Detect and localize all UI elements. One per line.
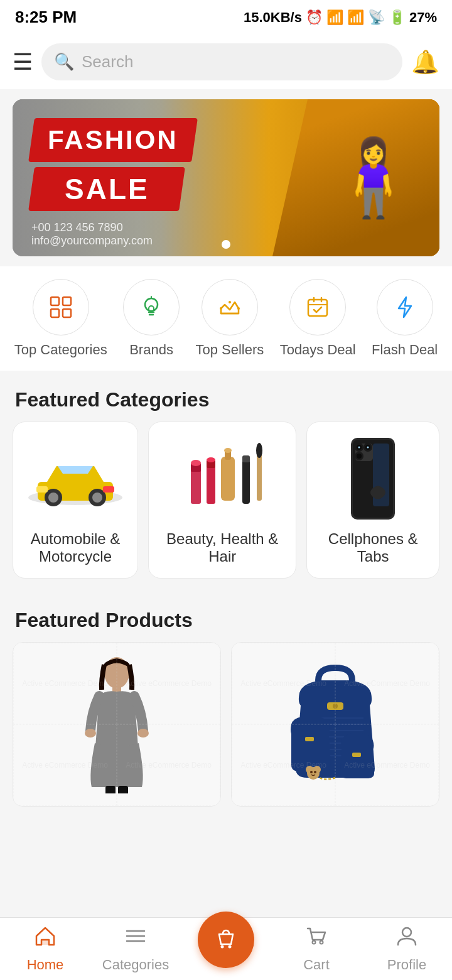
- svg-point-65: [221, 945, 224, 948]
- top-categories-icon-circle: [33, 279, 89, 335]
- svg-point-42: [367, 447, 369, 449]
- svg-point-49: [137, 729, 149, 738]
- svg-point-39: [358, 447, 360, 449]
- nav-home[interactable]: Home: [0, 925, 90, 973]
- car-svg: [25, 447, 126, 510]
- svg-rect-54: [305, 737, 314, 741]
- beauty-label: Beauty, Health & Hair: [161, 530, 283, 565]
- svg-point-29: [224, 448, 232, 453]
- svg-rect-55: [352, 753, 361, 757]
- crown-icon: [217, 295, 242, 320]
- cart-label: Cart: [303, 957, 330, 973]
- svg-point-60: [314, 771, 316, 773]
- nav-cart[interactable]: Cart: [271, 925, 362, 973]
- featured-products-heading: Featured Products: [0, 591, 452, 642]
- cart-svg: [305, 925, 328, 947]
- home-icon: [34, 925, 56, 953]
- top-categories-label: Top Categories: [14, 342, 107, 358]
- nav-profile[interactable]: Profile: [362, 925, 452, 973]
- bell-icon[interactable]: 🔔: [411, 49, 439, 75]
- nav-item-brands[interactable]: Brands: [123, 279, 180, 358]
- svg-point-66: [229, 945, 232, 948]
- network-speed: 15.0KB/s: [244, 9, 302, 26]
- alarm-icon: ⏰: [306, 9, 323, 26]
- svg-point-6: [220, 307, 222, 310]
- dress-product-image: Active eCommerce Demo Active eCommerce D…: [13, 643, 220, 806]
- svg-point-8: [237, 307, 240, 310]
- profile-label: Profile: [387, 957, 426, 973]
- bulb-icon: [139, 295, 164, 320]
- banner-sale-text: SALE: [65, 172, 149, 206]
- svg-rect-20: [103, 486, 114, 493]
- search-bar[interactable]: 🔍 Search: [41, 43, 402, 80]
- search-icon: 🔍: [54, 52, 74, 72]
- svg-rect-24: [207, 466, 215, 504]
- search-placeholder-text: Search: [82, 52, 133, 72]
- banner-email: info@yourcompany.com: [31, 234, 195, 248]
- top-sellers-label: Top Sellers: [195, 342, 264, 358]
- cellphones-image: [323, 435, 423, 523]
- svg-rect-0: [51, 297, 59, 305]
- wifi-icon: 📡: [368, 9, 385, 26]
- brands-label: Brands: [129, 342, 173, 358]
- automobile-image: [25, 435, 126, 523]
- cart-bag-icon: [214, 928, 238, 952]
- cellphones-label: Cellphones & Tabs: [320, 530, 426, 565]
- beauty-svg: [172, 438, 272, 520]
- banner-fashion-text: FASHION: [48, 125, 178, 155]
- svg-rect-9: [308, 300, 327, 316]
- banner[interactable]: FASHION SALE +00 123 456 7890 info@yourc…: [13, 99, 439, 256]
- nav-categories[interactable]: Categories: [90, 925, 181, 973]
- profile-svg: [396, 925, 418, 947]
- nav-item-top-sellers[interactable]: Top Sellers: [195, 279, 264, 358]
- product-card-dress[interactable]: Active eCommerce Demo Active eCommerce D…: [13, 642, 221, 807]
- banner-phone: +00 123 456 7890: [31, 221, 195, 234]
- profile-icon: [396, 925, 418, 953]
- todays-deal-icon-circle: [289, 279, 346, 335]
- bottom-navigation: Home Categories: [0, 917, 452, 980]
- battery-percent: 27%: [409, 9, 437, 26]
- hamburger-icon[interactable]: ☰: [13, 49, 33, 75]
- svg-rect-51: [118, 786, 128, 793]
- brands-icon-circle: [123, 279, 180, 335]
- automobile-label: Automobile &Motorcycle: [31, 530, 121, 565]
- category-card-beauty[interactable]: Beauty, Health & Hair: [148, 422, 296, 579]
- status-bar: 8:25 PM 15.0KB/s ⏰ 📶 📶 📡 🔋 27%: [0, 0, 452, 35]
- svg-rect-1: [63, 297, 71, 305]
- svg-rect-61: [41, 940, 49, 945]
- svg-point-59: [310, 771, 313, 773]
- signal2-icon: 📶: [347, 9, 364, 26]
- home-svg: [34, 925, 56, 947]
- svg-point-33: [256, 443, 262, 458]
- svg-point-48: [85, 729, 96, 738]
- svg-point-53: [333, 704, 338, 709]
- nav-item-flash-deal[interactable]: Flash Deal: [372, 279, 438, 358]
- category-card-cellphones[interactable]: Cellphones & Tabs: [306, 422, 439, 579]
- products-grid: Active eCommerce Demo Active eCommerce D…: [0, 642, 452, 819]
- nav-item-top-categories[interactable]: Top Categories: [14, 279, 107, 358]
- product-card-bag[interactable]: Active eCommerce Demo Active eCommerce D…: [231, 642, 439, 807]
- svg-point-4: [145, 298, 158, 311]
- svg-point-23: [191, 460, 201, 466]
- categories-scroll: Automobile &Motorcycle: [0, 422, 452, 591]
- header: ☰ 🔍 Search 🔔: [0, 35, 452, 89]
- nav-item-todays-deal[interactable]: Todays Deal: [280, 279, 356, 358]
- svg-point-67: [313, 941, 316, 944]
- phone-svg: [335, 435, 411, 523]
- banner-dot-indicator: [222, 240, 230, 249]
- center-cart-button[interactable]: [198, 912, 254, 968]
- banner-person: 🧍‍♀️: [326, 134, 421, 222]
- svg-point-69: [402, 928, 411, 937]
- nav-center-cart-wrapper: [181, 930, 271, 968]
- svg-rect-31: [242, 455, 250, 462]
- flash-deal-icon-circle: [377, 279, 433, 335]
- category-card-automobile[interactable]: Automobile &Motorcycle: [13, 422, 138, 579]
- svg-rect-50: [105, 786, 116, 793]
- svg-point-44: [357, 454, 362, 459]
- svg-point-68: [320, 941, 323, 944]
- status-time: 8:25 PM: [15, 8, 77, 27]
- svg-rect-27: [221, 457, 235, 501]
- svg-rect-19: [36, 486, 48, 493]
- dress-svg: [73, 655, 161, 793]
- todays-deal-label: Todays Deal: [280, 342, 356, 358]
